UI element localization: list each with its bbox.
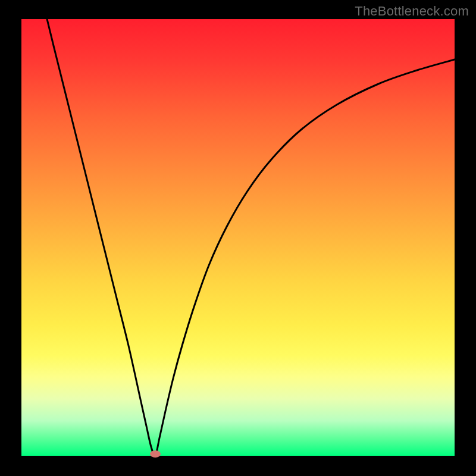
curve-svg (21, 19, 455, 456)
watermark-text: TheBottleneck.com (355, 4, 469, 19)
plot-area (21, 19, 455, 456)
chart-frame: TheBottleneck.com (0, 0, 476, 476)
curve-path (47, 19, 455, 456)
minimum-marker (150, 450, 161, 458)
